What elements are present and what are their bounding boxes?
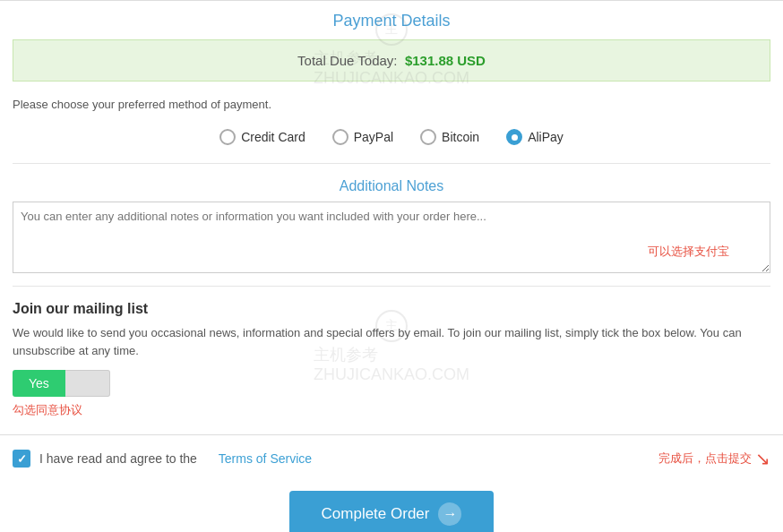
payment-method-label: Please choose your preferred method of p… [0, 94, 783, 120]
payment-option-credit-card[interactable]: Credit Card [219, 129, 305, 145]
total-label: Total Due Today: [297, 53, 397, 68]
payment-options: Credit Card PayPal Bitcoin AliPay [0, 120, 783, 158]
section-divider-2 [13, 286, 770, 287]
total-bar: Total Due Today: $131.88 USD [13, 39, 770, 82]
page-title: Payment Details [0, 0, 783, 39]
mailing-title: Join our mailing list [13, 301, 770, 317]
radio-bitcoin[interactable] [420, 129, 436, 145]
complete-annotation: 完成后，点击提交 ↘ [658, 448, 770, 469]
yes-button[interactable]: Yes [13, 370, 65, 397]
radio-paypal[interactable] [332, 129, 348, 145]
complete-order-label: Complete Order [322, 505, 430, 523]
agree-row: I have read and agree to the Terms of Se… [0, 435, 783, 478]
total-amount: $131.88 USD [405, 53, 486, 68]
notes-textarea[interactable] [13, 202, 770, 273]
radio-alipay[interactable] [506, 129, 522, 145]
agree-text: I have read and agree to the [39, 451, 197, 466]
payment-option-bitcoin[interactable]: Bitcoin [420, 129, 479, 145]
bitcoin-label: Bitcoin [442, 130, 479, 144]
alipay-label: AliPay [528, 130, 564, 144]
yes-toggle[interactable]: Yes [13, 370, 110, 397]
complete-order-row: Complete Order → [0, 478, 783, 532]
mailing-section: 主 主机参考ZHUJICANKAO.COM Join our mailing l… [0, 292, 783, 434]
complete-order-arrow-icon: → [438, 502, 461, 526]
arrow-annotation-icon: ↘ [755, 448, 770, 469]
complete-order-button[interactable]: Complete Order → [289, 491, 495, 532]
paypal-label: PayPal [354, 130, 393, 144]
payment-option-alipay[interactable]: AliPay [506, 129, 564, 145]
toggle-slider[interactable] [65, 370, 110, 397]
section-divider-1 [13, 163, 770, 164]
additional-notes-title: Additional Notes [0, 169, 783, 202]
radio-credit-card[interactable] [219, 129, 236, 145]
credit-card-label: Credit Card [241, 130, 305, 144]
mailing-desc: We would like to send you occasional new… [13, 324, 770, 359]
terms-link[interactable]: Terms of Service [219, 451, 312, 466]
payment-option-paypal[interactable]: PayPal [332, 129, 393, 145]
page-wrapper: Payment Details Total Due Today: $131.88… [0, 0, 783, 532]
agree-checkbox[interactable] [13, 450, 30, 468]
mailing-annotation: 勾选同意协议 [13, 402, 770, 422]
